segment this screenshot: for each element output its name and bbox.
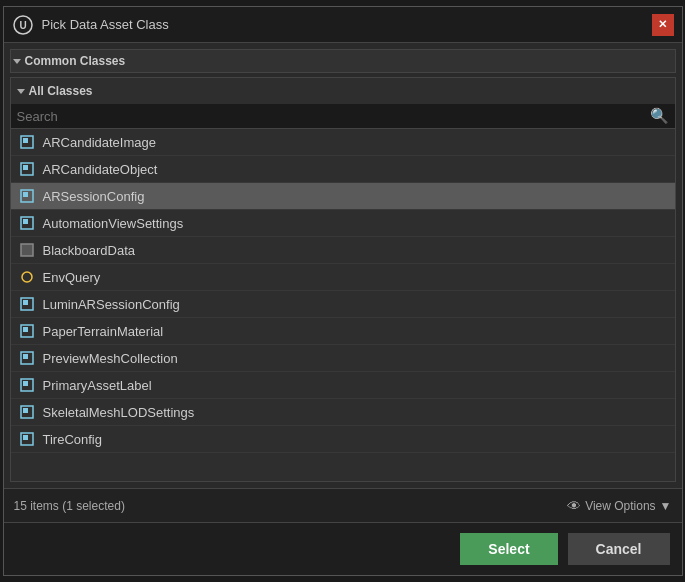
all-classes-header: All Classes <box>11 78 675 104</box>
item-name: AutomationViewSettings <box>43 216 184 231</box>
list-item[interactable]: TireConfig <box>11 426 675 453</box>
svg-text:U: U <box>19 20 26 31</box>
item-icon <box>19 269 35 285</box>
svg-rect-10 <box>21 244 33 256</box>
item-name: ARSessionConfig <box>43 189 145 204</box>
eye-icon: 👁 <box>567 498 581 514</box>
list-item[interactable]: AutomationViewSettings <box>11 210 675 237</box>
item-name: PrimaryAssetLabel <box>43 378 152 393</box>
view-options-chevron: ▼ <box>660 499 672 513</box>
dialog-title: Pick Data Asset Class <box>42 17 169 32</box>
list-item[interactable]: BlackboardData <box>11 237 675 264</box>
svg-rect-17 <box>23 354 28 359</box>
svg-rect-3 <box>23 138 28 143</box>
svg-rect-5 <box>23 165 28 170</box>
item-name: LuminARSessionConfig <box>43 297 180 312</box>
view-options-label: View Options <box>585 499 655 513</box>
class-list[interactable]: ARCandidateImage ARCandidateObject ARSes… <box>11 129 675 481</box>
list-item[interactable]: ARSessionConfig <box>11 183 675 210</box>
item-icon <box>19 134 35 150</box>
all-classes-section: All Classes 🔍 ARCandidateImage ARCandida… <box>10 77 676 482</box>
common-classes-section: Common Classes <box>10 49 676 73</box>
item-name: PreviewMeshCollection <box>43 351 178 366</box>
item-name: TireConfig <box>43 432 102 447</box>
svg-rect-7 <box>23 192 28 197</box>
status-text: 15 items (1 selected) <box>14 499 125 513</box>
search-icon: 🔍 <box>650 107 669 125</box>
all-classes-label: All Classes <box>29 84 93 98</box>
item-name: PaperTerrainMaterial <box>43 324 164 339</box>
list-item[interactable]: SkeletalMeshLODSettings <box>11 399 675 426</box>
svg-rect-9 <box>23 219 28 224</box>
common-classes-header: Common Classes <box>11 50 675 72</box>
list-item[interactable]: ARCandidateImage <box>11 129 675 156</box>
item-icon <box>19 188 35 204</box>
list-item[interactable]: PreviewMeshCollection <box>11 345 675 372</box>
pick-data-asset-dialog: U Pick Data Asset Class ✕ Common Classes… <box>3 6 683 576</box>
item-icon <box>19 377 35 393</box>
title-bar: U Pick Data Asset Class ✕ <box>4 7 682 43</box>
item-name: SkeletalMeshLODSettings <box>43 405 195 420</box>
view-options-button[interactable]: 👁 View Options ▼ <box>567 498 671 514</box>
all-classes-triangle <box>17 89 25 94</box>
list-item[interactable]: PaperTerrainMaterial <box>11 318 675 345</box>
close-button[interactable]: ✕ <box>652 14 674 36</box>
search-bar: 🔍 <box>11 104 675 129</box>
list-item[interactable]: EnvQuery <box>11 264 675 291</box>
item-icon <box>19 431 35 447</box>
buttons-bar: Select Cancel <box>4 522 682 575</box>
item-icon <box>19 242 35 258</box>
list-item[interactable]: LuminARSessionConfig <box>11 291 675 318</box>
item-icon <box>19 404 35 420</box>
list-item[interactable]: ARCandidateObject <box>11 156 675 183</box>
item-name: EnvQuery <box>43 270 101 285</box>
svg-rect-15 <box>23 327 28 332</box>
svg-point-11 <box>22 272 32 282</box>
svg-rect-19 <box>23 381 28 386</box>
item-icon <box>19 296 35 312</box>
common-classes-label: Common Classes <box>25 54 126 68</box>
item-icon <box>19 161 35 177</box>
status-bar: 15 items (1 selected) 👁 View Options ▼ <box>4 488 682 522</box>
select-button[interactable]: Select <box>460 533 557 565</box>
svg-rect-13 <box>23 300 28 305</box>
item-name: ARCandidateObject <box>43 162 158 177</box>
svg-rect-23 <box>23 435 28 440</box>
item-icon <box>19 215 35 231</box>
item-name: ARCandidateImage <box>43 135 156 150</box>
item-name: BlackboardData <box>43 243 136 258</box>
common-classes-triangle <box>13 59 21 64</box>
item-icon <box>19 323 35 339</box>
svg-rect-21 <box>23 408 28 413</box>
item-icon <box>19 350 35 366</box>
dialog-content: Common Classes All Classes 🔍 ARCandidate… <box>4 43 682 488</box>
search-input[interactable] <box>17 109 650 124</box>
list-item[interactable]: PrimaryAssetLabel <box>11 372 675 399</box>
ue-logo: U <box>12 14 34 36</box>
cancel-button[interactable]: Cancel <box>568 533 670 565</box>
